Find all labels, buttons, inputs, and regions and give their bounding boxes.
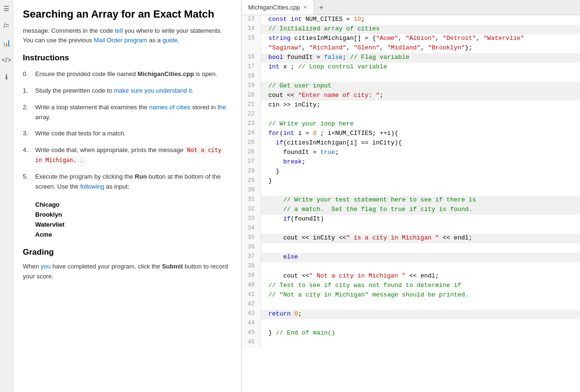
sidebar-icon-2[interactable]: /= xyxy=(2,21,11,30)
line-code: // Test to see if city was not found to … xyxy=(261,281,580,291)
code-inline-message: Not a city in Michigan. . xyxy=(35,146,222,164)
line-number: 17 xyxy=(242,63,261,72)
line-number: 31 xyxy=(242,196,261,205)
link-understand[interactable]: make sure you understand it xyxy=(114,87,192,94)
line-number: 19 xyxy=(242,82,261,91)
line-number: 28 xyxy=(242,167,261,177)
list-item: 4. Write code that, when appropriate, pr… xyxy=(23,145,232,165)
list-item: 1. Study the prewritten code to make sur… xyxy=(23,86,232,96)
line-number: 26 xyxy=(242,148,261,158)
tab-add-button[interactable]: + xyxy=(314,0,328,15)
table-row: 17 int x ; // Loop control variable xyxy=(242,63,580,72)
line-code: // Initialized array of cities xyxy=(261,25,580,34)
line-code: // "Not a city in Michigan" message shou… xyxy=(261,291,580,300)
table-row: 33 if(foundIt) xyxy=(242,215,580,224)
line-number: 34 xyxy=(242,224,261,234)
sidebar-icon-5[interactable]: ℹ xyxy=(2,72,11,82)
code-area[interactable]: 13 const int NUM_CITIES = 10; 14 // Init… xyxy=(242,15,580,392)
sidebar-icon-1[interactable]: ☰ xyxy=(2,4,11,13)
table-row: 22 xyxy=(242,110,580,120)
line-number: 45 xyxy=(242,329,261,338)
line-code: } xyxy=(261,177,580,186)
table-row: 32 // a match. Set the flag to true if c… xyxy=(242,205,580,215)
line-number: 21 xyxy=(242,101,261,110)
table-row: 39 cout <<" Not a city in Michigan " << … xyxy=(242,272,580,281)
line-number: 30 xyxy=(242,186,261,196)
filename-bold: MichiganCities.cpp xyxy=(137,70,193,77)
line-code: return 0; xyxy=(261,310,580,319)
line-code: const int NUM_CITIES = 10; xyxy=(261,15,580,25)
editor-tabs: MichiganCities.cpp ✕ + xyxy=(242,0,580,15)
sidebar: ☰ /= 📊 </> ℹ xyxy=(0,0,13,392)
instructions-heading: Instructions xyxy=(23,53,232,63)
line-code xyxy=(261,300,580,310)
line-code xyxy=(261,243,580,253)
line-code: } // End of main() xyxy=(261,329,580,338)
table-row: 35 cout << inCity <<" is a city in Michi… xyxy=(242,234,580,243)
table-row: 20 cout << "Enter name of city: "; xyxy=(242,91,580,101)
table-row: 38 xyxy=(242,262,580,272)
tab-filename: MichiganCities.cpp xyxy=(248,4,300,11)
line-number: 23 xyxy=(242,120,261,129)
line-number: 13 xyxy=(242,15,261,25)
table-row: 19 // Get user input xyxy=(242,82,580,91)
table-row: 24 for(int i = 0 ; i<NUM_CITIES; ++i){ xyxy=(242,129,580,139)
intro-link-guide[interactable]: guide xyxy=(163,37,178,44)
grading-section: Grading When you have completed your pro… xyxy=(23,248,232,282)
line-code: // Write your test statement here to see… xyxy=(261,196,580,205)
line-code xyxy=(261,72,580,82)
input-watervliet: Watervliet xyxy=(35,221,232,228)
line-code: cout <<" Not a city in Michigan " << end… xyxy=(261,272,580,281)
table-row: 28 } xyxy=(242,167,580,177)
line-number: 20 xyxy=(242,91,261,101)
table-row: 44 xyxy=(242,319,580,329)
line-code: // Get user input xyxy=(261,82,580,91)
line-code: // Write your loop here xyxy=(261,120,580,129)
table-row: 18 xyxy=(242,72,580,82)
line-number: 36 xyxy=(242,243,261,253)
table-row: 16 bool foundIt = false; // Flag variabl… xyxy=(242,53,580,63)
table-row: 29 } xyxy=(242,177,580,186)
intro-text: message. Comments in the code tell you w… xyxy=(23,26,232,46)
intro-link-tell[interactable]: tell xyxy=(115,27,123,34)
grading-text: When you have completed your program, cl… xyxy=(23,262,232,282)
tab-close-icon[interactable]: ✕ xyxy=(303,4,307,10)
line-number: 27 xyxy=(242,158,261,167)
line-code xyxy=(261,186,580,196)
line-number: 16 xyxy=(242,53,261,63)
line-number xyxy=(242,44,261,53)
sidebar-icon-4[interactable]: </> xyxy=(2,55,11,65)
list-item: 2. Write a loop statement that examines … xyxy=(23,103,232,123)
line-number: 33 xyxy=(242,215,261,224)
link-following[interactable]: following xyxy=(80,183,105,190)
line-number: 42 xyxy=(242,300,261,310)
link-the[interactable]: the xyxy=(217,104,226,111)
table-row: 41 // "Not a city in Michigan" message s… xyxy=(242,291,580,300)
intro-link-mailorder[interactable]: Mail Order program xyxy=(94,37,147,44)
table-row: 15 string citiesInMichigan[] = {"Acme", … xyxy=(242,34,580,44)
line-code: int x ; // Loop control variable xyxy=(261,63,580,72)
line-number: 39 xyxy=(242,272,261,281)
line-number: 38 xyxy=(242,262,261,272)
line-code: "Saginaw", "Richland", "Glenn", "Midland… xyxy=(261,44,580,53)
line-number: 44 xyxy=(242,319,261,329)
table-row: 13 const int NUM_CITIES = 10; xyxy=(242,15,580,25)
grading-link-you[interactable]: you xyxy=(41,263,51,270)
table-row: 45 } // End of main() xyxy=(242,329,580,338)
instructions-list: 0. Ensure the provided code file named M… xyxy=(23,69,232,191)
line-number: 41 xyxy=(242,291,261,300)
link-names[interactable]: names of cities xyxy=(149,104,191,111)
table-row: 40 // Test to see if city was not found … xyxy=(242,281,580,291)
list-item: 0. Ensure the provided code file named M… xyxy=(23,69,232,79)
code-table: 13 const int NUM_CITIES = 10; 14 // Init… xyxy=(242,15,580,348)
run-bold: Run xyxy=(135,173,147,180)
line-code xyxy=(261,338,580,348)
line-number: 14 xyxy=(242,25,261,34)
line-code xyxy=(261,110,580,120)
table-row: 31 // Write your test statement here to … xyxy=(242,196,580,205)
table-row: 14 // Initialized array of cities xyxy=(242,25,580,34)
line-number: 43 xyxy=(242,310,261,319)
line-number: 40 xyxy=(242,281,261,291)
tab-michigan-cities[interactable]: MichiganCities.cpp ✕ xyxy=(242,0,314,15)
sidebar-icon-3[interactable]: 📊 xyxy=(2,38,11,48)
